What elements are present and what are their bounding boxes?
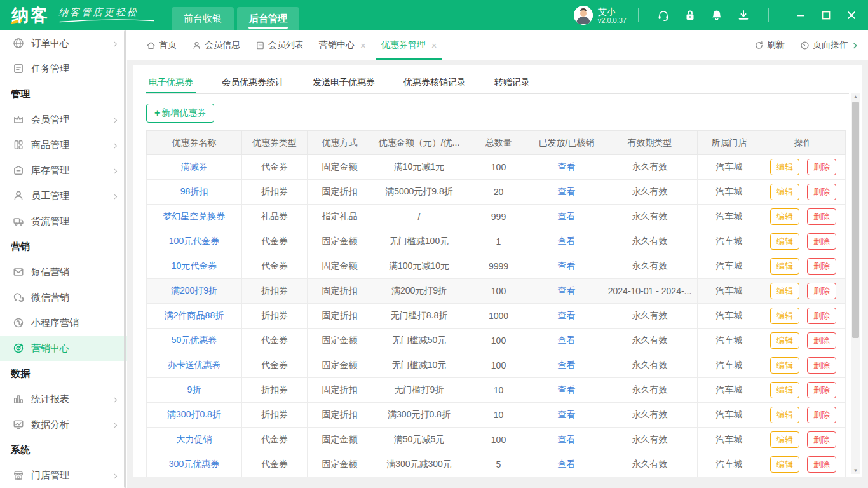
sidebar-item-globe[interactable]: 订单中心 — [0, 30, 127, 56]
download-icon[interactable] — [737, 9, 750, 22]
sidebar-item-chart[interactable]: 统计报表 — [0, 386, 127, 412]
edit-button[interactable]: 编辑 — [770, 357, 799, 374]
delete-button[interactable]: 删除 — [807, 357, 836, 374]
window-tab[interactable]: 会员列表 — [248, 30, 311, 60]
edit-button[interactable]: 编辑 — [770, 407, 799, 423]
add-coupon-button[interactable]: + 新增优惠券 — [146, 104, 214, 123]
delete-button[interactable]: 删除 — [807, 332, 836, 349]
edit-button[interactable]: 编辑 — [770, 159, 799, 175]
view-link[interactable]: 查看 — [558, 459, 576, 469]
view-link[interactable]: 查看 — [558, 261, 576, 271]
coupon-name-link[interactable]: 9折 — [187, 384, 201, 395]
coupon-name-link[interactable]: 梦幻星空兑换券 — [163, 211, 226, 221]
window-tab[interactable]: 营销中心× — [311, 30, 374, 60]
sidebar-scrollbar[interactable] — [124, 30, 126, 488]
close-icon[interactable]: × — [360, 41, 366, 50]
edit-button[interactable]: 编辑 — [770, 332, 799, 349]
edit-button[interactable]: 编辑 — [770, 382, 799, 398]
customer-service-icon[interactable] — [657, 9, 670, 22]
delete-button[interactable]: 删除 — [807, 308, 836, 324]
close-icon[interactable]: × — [431, 41, 437, 50]
view-link[interactable]: 查看 — [558, 409, 576, 419]
delete-button[interactable]: 删除 — [807, 456, 836, 473]
delete-button[interactable]: 删除 — [807, 208, 836, 225]
sidebar-item-monitor[interactable]: 数据分析 — [0, 412, 127, 437]
edit-button[interactable]: 编辑 — [770, 208, 799, 225]
edit-button[interactable]: 编辑 — [770, 184, 799, 200]
coupon-name-link[interactable]: 满300打0.8折 — [167, 409, 221, 419]
scroll-down-arrow[interactable]: ▼ — [851, 466, 860, 474]
coupon-subtab[interactable]: 电子优惠券 — [146, 72, 196, 93]
sidebar-item-goods[interactable]: 商品管理 — [0, 132, 127, 158]
delete-button[interactable]: 删除 — [807, 382, 836, 398]
view-link[interactable]: 查看 — [558, 236, 576, 246]
page-ops-button[interactable]: 页面操作 — [800, 39, 859, 51]
view-link[interactable]: 查看 — [558, 360, 576, 370]
coupon-amount-cell: / — [372, 205, 466, 229]
window-tab[interactable]: 优惠券管理× — [374, 30, 445, 60]
coupon-name-link[interactable]: 满减券 — [181, 161, 208, 172]
view-link[interactable]: 查看 — [558, 211, 576, 221]
issued-cell: 查看 — [531, 452, 602, 477]
coupon-subtab[interactable]: 转赠记录 — [492, 72, 532, 93]
sidebar-item-wechat[interactable]: 微信营销 — [0, 285, 127, 310]
view-link[interactable]: 查看 — [558, 384, 576, 395]
window-tab[interactable]: 首页 — [139, 30, 184, 60]
close-button[interactable] — [846, 10, 857, 20]
scroll-up-arrow[interactable]: ▲ — [851, 93, 860, 100]
sidebar-item-miniapp[interactable]: 小程序营销 — [0, 310, 127, 336]
sidebar-item-truck[interactable]: 货流管理 — [0, 208, 127, 234]
refresh-button[interactable]: 刷新 — [754, 39, 785, 51]
sidebar-item-store[interactable]: 门店管理 — [0, 463, 127, 488]
coupon-subtab[interactable]: 发送电子优惠券 — [310, 72, 377, 93]
edit-button[interactable]: 编辑 — [770, 308, 799, 324]
view-link[interactable]: 查看 — [558, 186, 576, 196]
sidebar-item-staff[interactable]: 员工管理 — [0, 183, 127, 208]
view-link[interactable]: 查看 — [558, 335, 576, 345]
maximize-button[interactable] — [821, 10, 831, 20]
coupon-amount-cell: 无门槛减100元 — [372, 229, 466, 254]
sidebar-item-mail[interactable]: 短信营销 — [0, 259, 127, 285]
edit-button[interactable]: 编辑 — [770, 233, 799, 250]
delete-button[interactable]: 删除 — [807, 233, 836, 250]
sidebar-item-target[interactable]: 营销中心 — [0, 336, 127, 361]
sidebar-item-crown[interactable]: 会员管理 — [0, 107, 127, 132]
coupon-store-cell: 汽车城 — [698, 229, 761, 254]
sidebar-item-task[interactable]: 任务管理 — [0, 56, 127, 81]
delete-button[interactable]: 删除 — [807, 258, 836, 274]
coupon-name-link[interactable]: 10元代金券 — [172, 261, 217, 271]
view-link[interactable]: 查看 — [558, 310, 576, 320]
minimize-button[interactable] — [796, 10, 806, 20]
coupon-name-link[interactable]: 100元代金券 — [169, 236, 219, 246]
delete-button[interactable]: 删除 — [807, 159, 836, 175]
edit-button[interactable]: 编辑 — [770, 431, 799, 448]
nav-tab-backoffice[interactable]: 后台管理 — [237, 7, 299, 30]
coupon-name-link[interactable]: 满200打9折 — [171, 285, 217, 295]
coupon-name-link[interactable]: 300元优惠券 — [169, 459, 219, 469]
delete-button[interactable]: 删除 — [807, 283, 836, 299]
window-tab[interactable]: 会员信息 — [184, 30, 248, 60]
view-link[interactable]: 查看 — [558, 285, 576, 295]
delete-button[interactable]: 删除 — [807, 431, 836, 448]
bell-icon[interactable] — [710, 9, 723, 22]
coupon-subtab[interactable]: 会员优惠券统计 — [219, 72, 287, 93]
coupon-name-link[interactable]: 大力促销 — [177, 434, 212, 444]
coupon-name-link[interactable]: 50元优惠卷 — [172, 335, 217, 345]
view-link[interactable]: 查看 — [558, 161, 576, 172]
coupon-name-link[interactable]: 办卡送优惠卷 — [168, 360, 221, 370]
lock-icon[interactable] — [684, 9, 696, 22]
sidebar-item-inventory[interactable]: 库存管理 — [0, 158, 127, 183]
coupon-name-link[interactable]: 满2件商品88折 — [165, 310, 224, 320]
delete-button[interactable]: 删除 — [807, 407, 836, 423]
edit-button[interactable]: 编辑 — [770, 258, 799, 274]
add-coupon-label: 新增优惠券 — [161, 107, 206, 119]
scrollbar-thumb[interactable] — [852, 102, 859, 338]
edit-button[interactable]: 编辑 — [770, 283, 799, 299]
coupon-name-link[interactable]: 98折扣 — [180, 186, 208, 196]
view-link[interactable]: 查看 — [558, 434, 576, 444]
delete-button[interactable]: 删除 — [807, 184, 836, 200]
coupon-subtab[interactable]: 优惠券核销记录 — [401, 72, 468, 93]
edit-button[interactable]: 编辑 — [770, 456, 799, 473]
nav-tab-front-cashier[interactable]: 前台收银 — [172, 7, 234, 30]
avatar[interactable] — [574, 6, 593, 25]
